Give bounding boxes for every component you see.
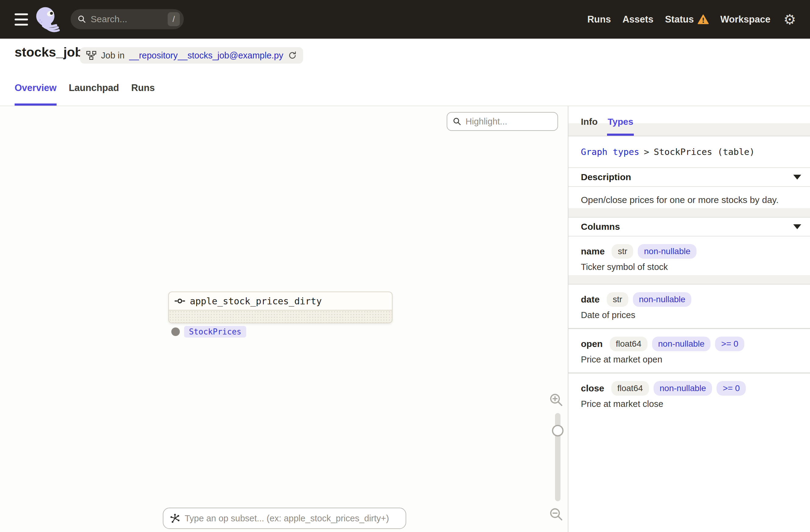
settings-button[interactable]: ⚙ xyxy=(783,0,796,39)
op-subset-box[interactable] xyxy=(163,507,406,529)
zoom-in-icon[interactable] xyxy=(549,392,564,407)
highlight-search[interactable] xyxy=(447,112,558,131)
top-nav-links: Runs Assets Status Workspace xyxy=(587,0,771,39)
column-tag: str xyxy=(607,292,628,307)
op-output-type-tag[interactable]: StockPrices xyxy=(184,326,246,338)
job-location-link[interactable]: __repository__stocks_job@example.py xyxy=(129,50,283,61)
column-description: Price at market open xyxy=(581,355,798,365)
op-node-title: apple_stock_prices_dirty xyxy=(190,296,322,306)
highlight-input[interactable] xyxy=(466,116,552,127)
job-location-prefix: Job in xyxy=(101,50,125,61)
column-tag: float64 xyxy=(611,381,649,396)
search-shortcut-key: / xyxy=(168,12,180,26)
dagster-app: / Runs Assets Status Workspace ⚙ s xyxy=(0,0,810,532)
page-title: stocks_job xyxy=(15,45,83,60)
job-location-pill: Job in __repository__stocks_job@example.… xyxy=(80,47,303,64)
column-name: date xyxy=(581,294,600,305)
column-tag: non-nullable xyxy=(652,337,711,351)
column-row-name: namestrnon-nullableTicker symbol of stoc… xyxy=(568,237,810,275)
search-input[interactable] xyxy=(91,14,163,25)
op-node[interactable]: apple_stock_prices_dirty xyxy=(168,292,392,323)
nav-item-status[interactable]: Status xyxy=(665,14,709,25)
column-description: Price at market close xyxy=(581,399,798,409)
zoom-out-icon[interactable] xyxy=(549,507,564,522)
nav-item-assets[interactable]: Assets xyxy=(622,14,653,25)
column-description: Date of prices xyxy=(581,310,798,320)
menu-icon[interactable] xyxy=(15,13,28,26)
section-header-description: Description xyxy=(568,168,810,187)
page-header: stocks_job Job in __repository__stocks_j… xyxy=(0,39,810,106)
job-graph-icon xyxy=(86,51,96,60)
dagster-logo-icon[interactable] xyxy=(34,6,61,33)
warning-icon xyxy=(698,14,709,25)
column-description: Ticker symbol of stock xyxy=(581,262,798,272)
breadcrumb-link-graph-types[interactable]: Graph types xyxy=(581,147,639,157)
op-node-body xyxy=(169,310,392,323)
section-separator xyxy=(568,275,810,285)
graph-canvas[interactable]: apple_stock_prices_dirty StockPrices xyxy=(0,106,568,532)
reload-icon[interactable] xyxy=(288,51,297,60)
breadcrumb-current: StockPrices (table) xyxy=(654,147,755,157)
panel-tab-types[interactable]: Types xyxy=(608,106,633,136)
chevron-down-icon[interactable] xyxy=(793,175,801,180)
column-tag: non-nullable xyxy=(633,292,692,307)
column-tag: >= 0 xyxy=(715,337,744,351)
column-tag: >= 0 xyxy=(717,381,746,396)
column-tag: non-nullable xyxy=(653,381,712,396)
op-output-dot xyxy=(171,327,180,336)
top-nav-bar: / Runs Assets Status Workspace ⚙ xyxy=(0,0,810,39)
column-row-date: datestrnon-nullableDate of prices xyxy=(568,285,810,328)
op-icon xyxy=(175,298,185,304)
description-text: Open/close prices for one or more stocks… xyxy=(568,187,810,208)
op-subset-input[interactable] xyxy=(185,513,399,523)
column-name: close xyxy=(581,383,604,393)
panel-tab-info[interactable]: Info xyxy=(581,106,598,136)
column-tag: float64 xyxy=(610,337,648,351)
sidebar-panel: Info Types Graph types > StockPrices (ta… xyxy=(568,106,810,532)
section-header-columns: Columns xyxy=(568,217,810,237)
section-title: Columns xyxy=(581,222,620,232)
panel-tabs: Info Types xyxy=(568,106,810,136)
chevron-down-icon[interactable] xyxy=(793,224,801,229)
breadcrumb-separator: > xyxy=(644,147,649,157)
column-name: open xyxy=(581,339,603,349)
search-icon xyxy=(452,117,461,126)
section-title: Description xyxy=(581,172,631,182)
job-tabs: Overview Launchpad Runs xyxy=(15,82,155,106)
nav-item-workspace[interactable]: Workspace xyxy=(720,14,771,25)
tab-overview[interactable]: Overview xyxy=(15,82,56,106)
tab-launchpad[interactable]: Launchpad xyxy=(69,82,119,106)
tab-runs[interactable]: Runs xyxy=(131,82,155,106)
nav-item-runs[interactable]: Runs xyxy=(587,14,611,25)
search-icon xyxy=(77,15,86,24)
op-selector-icon xyxy=(170,513,180,523)
column-tag: non-nullable xyxy=(638,244,697,259)
column-tag: str xyxy=(612,244,633,259)
columns-list: namestrnon-nullableTicker symbol of stoc… xyxy=(568,237,810,417)
column-name: name xyxy=(581,246,605,257)
section-separator xyxy=(568,208,810,217)
gear-icon: ⚙ xyxy=(783,13,796,27)
column-row-close: closefloat64non-nullable>= 0Price at mar… xyxy=(568,373,810,417)
breadcrumb: Graph types > StockPrices (table) xyxy=(568,136,810,168)
column-row-open: openfloat64non-nullable>= 0Price at mark… xyxy=(568,329,810,372)
zoom-slider-thumb[interactable] xyxy=(552,425,564,436)
global-search[interactable]: / xyxy=(70,9,184,29)
